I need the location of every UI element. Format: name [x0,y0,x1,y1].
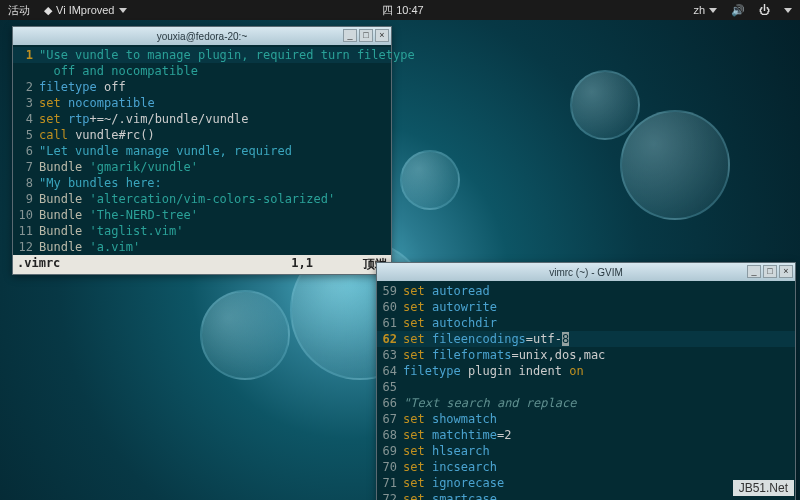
minimize-button[interactable]: _ [747,265,761,278]
line-number: 68 [377,427,403,443]
line-number: 8 [13,175,39,191]
line-number: 70 [377,459,403,475]
line-content: Bundle 'The-NERD-tree' [39,207,198,223]
line-content: Bundle 'gmarik/vundle' [39,159,198,175]
window-title: youxia@fedora-20:~ [157,31,247,42]
code-line[interactable]: 64filetype plugin indent on [377,363,795,379]
code-line[interactable]: off and nocompatible [13,63,391,79]
chevron-down-icon [784,8,792,13]
code-line[interactable]: 10Bundle 'The-NERD-tree' [13,207,391,223]
maximize-button[interactable]: □ [763,265,777,278]
activities-button[interactable]: 活动 [8,3,30,18]
line-number: 59 [377,283,403,299]
code-line[interactable]: 6"Let vundle manage vundle, required [13,143,391,159]
line-content: set fileformats=unix,dos,mac [403,347,605,363]
status-position: 1,1 [291,256,313,273]
line-number: 10 [13,207,39,223]
line-number: 60 [377,299,403,315]
wallpaper-bubble [400,150,460,210]
line-content: set hlsearch [403,443,490,459]
code-line[interactable]: 2filetype off [13,79,391,95]
line-number: 11 [13,223,39,239]
line-content: filetype plugin indent on [403,363,584,379]
code-line[interactable]: 5call vundle#rc() [13,127,391,143]
user-menu[interactable] [784,4,792,17]
wallpaper-bubble [200,290,290,380]
app-menu-label: Vi IMproved [56,4,115,16]
code-line[interactable]: 70set incsearch [377,459,795,475]
line-content: set matchtime=2 [403,427,511,443]
code-line[interactable]: 68set matchtime=2 [377,427,795,443]
line-content: set incsearch [403,459,497,475]
code-line[interactable]: 61set autochdir [377,315,795,331]
app-menu[interactable]: ◆ Vi IMproved [44,4,127,17]
line-content: filetype off [39,79,126,95]
close-button[interactable]: × [779,265,793,278]
line-content: call vundle#rc() [39,127,155,143]
code-line[interactable]: 62set fileencodings=utf-8 [377,331,795,347]
code-line[interactable]: 8"My bundles here: [13,175,391,191]
code-line[interactable]: 66"Text search and replace [377,395,795,411]
close-button[interactable]: × [375,29,389,42]
line-content: Bundle 'taglist.vim' [39,223,184,239]
vim-icon: ◆ [44,4,52,17]
line-number: 66 [377,395,403,411]
line-content: "Let vundle manage vundle, required [39,143,292,159]
window-titlebar[interactable]: youxia@fedora-20:~ _ □ × [13,27,391,45]
terminal-window[interactable]: youxia@fedora-20:~ _ □ × 1"Use vundle to… [12,26,392,275]
code-line[interactable]: 67set showmatch [377,411,795,427]
wallpaper-bubble [620,110,730,220]
code-line[interactable]: 11Bundle 'taglist.vim' [13,223,391,239]
line-number: 69 [377,443,403,459]
code-line[interactable]: 7Bundle 'gmarik/vundle' [13,159,391,175]
line-number: 5 [13,127,39,143]
line-content: set ignorecase [403,475,504,491]
minimize-button[interactable]: _ [343,29,357,42]
line-content: off and nocompatible [39,63,198,79]
line-content: set autoread [403,283,490,299]
line-number: 7 [13,159,39,175]
line-number: 72 [377,491,403,500]
vim-editor[interactable]: 1"Use vundle to manage plugin, required … [13,45,391,255]
gvim-window[interactable]: vimrc (~) - GVIM _ □ × 59set autoread60s… [376,262,796,500]
window-titlebar[interactable]: vimrc (~) - GVIM _ □ × [377,263,795,281]
code-line[interactable]: 65 [377,379,795,395]
gnome-topbar: 活动 ◆ Vi IMproved 四 10:47 zh 🔊 ⏻ [0,0,800,20]
line-content: set rtp+=~/.vim/bundle/vundle [39,111,249,127]
line-content: set autowrite [403,299,497,315]
status-filename: .vimrc [17,256,60,273]
code-line[interactable]: 59set autoread [377,283,795,299]
window-title: vimrc (~) - GVIM [549,267,623,278]
line-content: Bundle 'altercation/vim-colors-solarized… [39,191,335,207]
maximize-button[interactable]: □ [359,29,373,42]
vim-editor[interactable]: 59set autoread60set autowrite61set autoc… [377,281,795,500]
vim-statusbar: .vimrc 1,1 顶端 [13,255,391,274]
chevron-down-icon [119,8,127,13]
line-number: 2 [13,79,39,95]
line-number [13,63,39,79]
clock[interactable]: 四 10:47 [382,3,424,18]
line-content: set smartcase [403,491,497,500]
code-line[interactable]: 4set rtp+=~/.vim/bundle/vundle [13,111,391,127]
line-content: "Use vundle to manage plugin, required t… [39,47,415,63]
line-number: 61 [377,315,403,331]
line-content: set autochdir [403,315,497,331]
code-line[interactable]: 9Bundle 'altercation/vim-colors-solarize… [13,191,391,207]
code-line[interactable]: 3set nocompatible [13,95,391,111]
line-number: 6 [13,143,39,159]
line-number: 71 [377,475,403,491]
input-source[interactable]: zh [693,4,717,17]
watermark: JB51.Net [733,480,794,496]
code-line[interactable]: 1"Use vundle to manage plugin, required … [13,47,391,63]
code-line[interactable]: 69set hlsearch [377,443,795,459]
wallpaper-bubble [570,70,640,140]
line-number: 64 [377,363,403,379]
line-number: 63 [377,347,403,363]
code-line[interactable]: 12Bundle 'a.vim' [13,239,391,255]
power-icon[interactable]: ⏻ [759,4,770,17]
code-line[interactable]: 60set autowrite [377,299,795,315]
volume-icon[interactable]: 🔊 [731,4,745,17]
code-line[interactable]: 63set fileformats=unix,dos,mac [377,347,795,363]
line-content: Bundle 'a.vim' [39,239,140,255]
line-number: 62 [377,331,403,347]
